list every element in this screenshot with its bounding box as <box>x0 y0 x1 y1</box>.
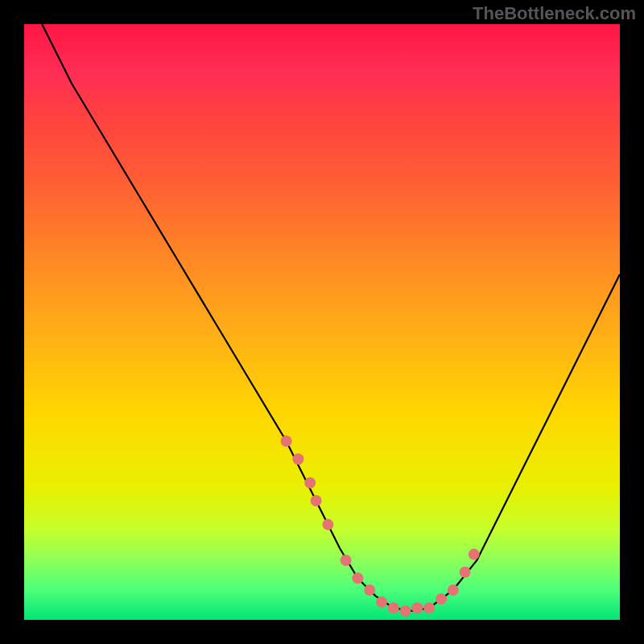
marker-dot <box>352 572 363 584</box>
marker-dot <box>411 602 423 613</box>
marker-dot <box>448 584 459 596</box>
chart-plot-area <box>24 24 620 620</box>
marker-dot <box>376 597 387 608</box>
marker-dot <box>460 567 471 578</box>
watermark-text: TheBottleneck.com <box>473 3 636 24</box>
marker-dot <box>311 495 322 506</box>
marker-dot <box>423 602 435 613</box>
marker-dot <box>281 436 292 447</box>
chart-svg <box>24 24 620 620</box>
marker-dot <box>341 555 352 566</box>
marker-dots <box>281 436 480 617</box>
marker-dot <box>304 477 316 489</box>
marker-dot <box>469 549 480 560</box>
marker-dot <box>436 593 447 605</box>
marker-dot <box>364 584 375 596</box>
marker-dot <box>322 519 333 530</box>
marker-dot <box>292 453 303 464</box>
marker-dot <box>400 605 411 617</box>
marker-dot <box>388 602 399 613</box>
